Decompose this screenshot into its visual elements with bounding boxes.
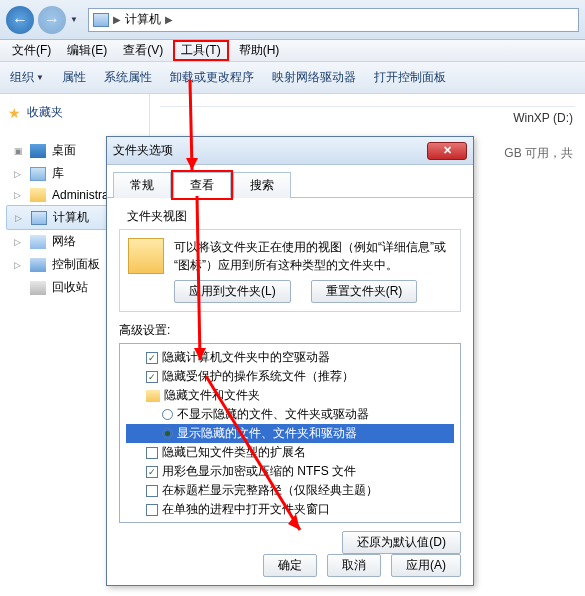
adv-item-label: 隐藏受保护的操作系统文件（推荐） — [162, 368, 354, 385]
forward-button[interactable]: → — [38, 6, 66, 34]
folder-icon — [30, 188, 46, 202]
checkbox-icon: ✓ — [146, 466, 158, 478]
adv-item-label: 显示隐藏的文件、文件夹和驱动器 — [177, 425, 357, 442]
menu-help[interactable]: 帮助(H) — [231, 40, 288, 61]
adv-item[interactable]: 隐藏文件和文件夹 — [126, 386, 454, 405]
nav-bar: ← → ▼ ▶ 计算机 ▶ — [0, 0, 585, 40]
close-button[interactable]: ✕ — [427, 142, 467, 160]
favorites-header[interactable]: ★ 收藏夹 — [6, 100, 147, 125]
library-icon — [30, 167, 46, 181]
tb-opencp[interactable]: 打开控制面板 — [374, 69, 446, 86]
folder-view-label: 文件夹视图 — [127, 208, 461, 225]
adv-item[interactable]: 不显示隐藏的文件、文件夹或驱动器 — [126, 405, 454, 424]
tb-sysprops[interactable]: 系统属性 — [104, 69, 152, 86]
adv-item-label: 隐藏已知文件类型的扩展名 — [162, 444, 306, 461]
adv-item-label: 在单独的进程中打开文件夹窗口 — [162, 501, 330, 518]
menu-file[interactable]: 文件(F) — [4, 40, 59, 61]
tb-organize[interactable]: 组织▼ — [10, 69, 44, 86]
checkbox-icon: ✓ — [146, 371, 158, 383]
menu-view[interactable]: 查看(V) — [115, 40, 171, 61]
adv-item[interactable]: ✓隐藏受保护的操作系统文件（推荐） — [126, 367, 454, 386]
menu-tools[interactable]: 工具(T) — [173, 40, 228, 61]
cancel-button[interactable]: 取消 — [327, 554, 381, 577]
adv-item[interactable]: 显示隐藏的文件、文件夹和驱动器 — [126, 424, 454, 443]
folder-view-text: 可以将该文件夹正在使用的视图（例如“详细信息”或“图标”）应用到所有这种类型的文… — [174, 238, 452, 274]
adv-item-label: 在缩略图上显示文件图标 — [162, 520, 294, 523]
apply-to-folders-button[interactable]: 应用到文件夹(L) — [174, 280, 291, 303]
adv-item-label: 隐藏文件和文件夹 — [164, 387, 260, 404]
apply-button[interactable]: 应用(A) — [391, 554, 461, 577]
reset-folders-button[interactable]: 重置文件夹(R) — [311, 280, 418, 303]
network-icon — [30, 235, 46, 249]
desktop-icon — [30, 144, 46, 158]
dialog-title: 文件夹选项 — [113, 142, 173, 159]
adv-item[interactable]: 隐藏已知文件类型的扩展名 — [126, 443, 454, 462]
history-dropdown-icon[interactable]: ▼ — [70, 15, 78, 24]
advanced-settings-list[interactable]: ✓隐藏计算机文件夹中的空驱动器✓隐藏受保护的操作系统文件（推荐）隐藏文件和文件夹… — [119, 343, 461, 523]
restore-defaults-button[interactable]: 还原为默认值(D) — [342, 531, 461, 554]
adv-item-label: 隐藏计算机文件夹中的空驱动器 — [162, 349, 330, 366]
controlpanel-icon — [30, 258, 46, 272]
checkbox-icon: ✓ — [146, 352, 158, 364]
tb-uninstall[interactable]: 卸载或更改程序 — [170, 69, 254, 86]
adv-item[interactable]: 在标题栏显示完整路径（仅限经典主题） — [126, 481, 454, 500]
radio-icon — [162, 428, 173, 439]
recyclebin-icon — [30, 281, 46, 295]
radio-icon — [162, 409, 173, 420]
tb-properties[interactable]: 属性 — [62, 69, 86, 86]
computer-icon — [93, 13, 109, 27]
menu-edit[interactable]: 编辑(E) — [59, 40, 115, 61]
advanced-label: 高级设置: — [119, 322, 461, 339]
chevron-right-icon: ▶ — [113, 14, 121, 25]
folder-icon — [146, 390, 160, 402]
back-button[interactable]: ← — [6, 6, 34, 34]
address-text: 计算机 — [125, 11, 161, 28]
adv-item-label: 用彩色显示加密或压缩的 NTFS 文件 — [162, 463, 356, 480]
folder-options-dialog: 文件夹选项 ✕ 常规 查看 搜索 文件夹视图 可以将该文件夹正在使用的视图（例如… — [106, 136, 474, 586]
checkbox-icon: ✓ — [146, 523, 158, 524]
adv-item-label: 不显示隐藏的文件、文件夹或驱动器 — [177, 406, 369, 423]
dialog-titlebar[interactable]: 文件夹选项 ✕ — [107, 137, 473, 165]
checkbox-icon — [146, 504, 158, 516]
adv-item[interactable]: 在单独的进程中打开文件夹窗口 — [126, 500, 454, 519]
drive-label[interactable]: WinXP (D:) — [150, 111, 585, 125]
folder-view-group: 可以将该文件夹正在使用的视图（例如“详细信息”或“图标”）应用到所有这种类型的文… — [119, 229, 461, 312]
ok-button[interactable]: 确定 — [263, 554, 317, 577]
checkbox-icon — [146, 485, 158, 497]
adv-item[interactable]: ✓用彩色显示加密或压缩的 NTFS 文件 — [126, 462, 454, 481]
tab-general[interactable]: 常规 — [113, 172, 171, 198]
adv-item[interactable]: ✓隐藏计算机文件夹中的空驱动器 — [126, 348, 454, 367]
chevron-right-icon: ▶ — [165, 14, 173, 25]
adv-item-label: 在标题栏显示完整路径（仅限经典主题） — [162, 482, 378, 499]
computer-icon — [31, 211, 47, 225]
tb-mapnet[interactable]: 映射网络驱动器 — [272, 69, 356, 86]
address-bar[interactable]: ▶ 计算机 ▶ — [88, 8, 579, 32]
tab-view[interactable]: 查看 — [173, 172, 231, 198]
menu-bar: 文件(F) 编辑(E) 查看(V) 工具(T) 帮助(H) — [0, 40, 585, 62]
tab-search[interactable]: 搜索 — [233, 172, 291, 198]
tab-strip: 常规 查看 搜索 — [107, 165, 473, 198]
checkbox-icon — [146, 447, 158, 459]
adv-item[interactable]: ✓在缩略图上显示文件图标 — [126, 519, 454, 523]
folder-view-icon — [128, 238, 164, 274]
command-bar: 组织▼ 属性 系统属性 卸载或更改程序 映射网络驱动器 打开控制面板 — [0, 62, 585, 94]
star-icon: ★ — [8, 105, 21, 121]
